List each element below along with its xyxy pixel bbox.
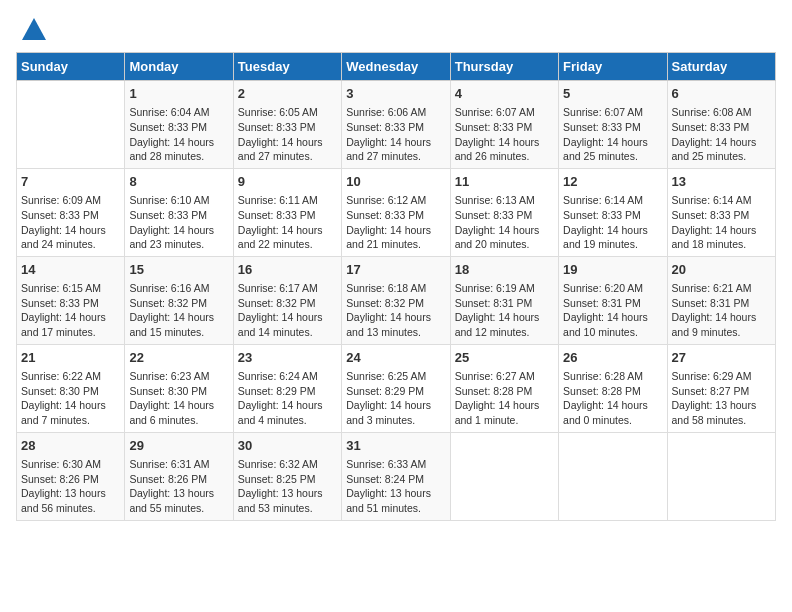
cell-content: Sunrise: 6:07 AMSunset: 8:33 PMDaylight:… [563,105,662,164]
day-number: 29 [129,437,228,455]
calendar-cell [559,432,667,520]
calendar-cell: 27Sunrise: 6:29 AMSunset: 8:27 PMDayligh… [667,344,775,432]
cell-content: Sunrise: 6:24 AMSunset: 8:29 PMDaylight:… [238,369,337,428]
calendar-cell: 1Sunrise: 6:04 AMSunset: 8:33 PMDaylight… [125,81,233,169]
cell-content: Sunrise: 6:04 AMSunset: 8:33 PMDaylight:… [129,105,228,164]
day-number: 24 [346,349,445,367]
calendar-cell: 12Sunrise: 6:14 AMSunset: 8:33 PMDayligh… [559,168,667,256]
week-row-3: 14Sunrise: 6:15 AMSunset: 8:33 PMDayligh… [17,256,776,344]
calendar-cell [450,432,558,520]
cell-content: Sunrise: 6:27 AMSunset: 8:28 PMDaylight:… [455,369,554,428]
cell-content: Sunrise: 6:07 AMSunset: 8:33 PMDaylight:… [455,105,554,164]
calendar-cell: 31Sunrise: 6:33 AMSunset: 8:24 PMDayligh… [342,432,450,520]
cell-content: Sunrise: 6:16 AMSunset: 8:32 PMDaylight:… [129,281,228,340]
cell-content: Sunrise: 6:19 AMSunset: 8:31 PMDaylight:… [455,281,554,340]
day-number: 22 [129,349,228,367]
calendar-cell: 24Sunrise: 6:25 AMSunset: 8:29 PMDayligh… [342,344,450,432]
cell-content: Sunrise: 6:06 AMSunset: 8:33 PMDaylight:… [346,105,445,164]
cell-content: Sunrise: 6:28 AMSunset: 8:28 PMDaylight:… [563,369,662,428]
header-cell-tuesday: Tuesday [233,53,341,81]
day-number: 12 [563,173,662,191]
cell-content: Sunrise: 6:31 AMSunset: 8:26 PMDaylight:… [129,457,228,516]
cell-content: Sunrise: 6:05 AMSunset: 8:33 PMDaylight:… [238,105,337,164]
day-number: 26 [563,349,662,367]
cell-content: Sunrise: 6:08 AMSunset: 8:33 PMDaylight:… [672,105,771,164]
cell-content: Sunrise: 6:30 AMSunset: 8:26 PMDaylight:… [21,457,120,516]
day-number: 6 [672,85,771,103]
calendar-cell: 17Sunrise: 6:18 AMSunset: 8:32 PMDayligh… [342,256,450,344]
week-row-5: 28Sunrise: 6:30 AMSunset: 8:26 PMDayligh… [17,432,776,520]
cell-content: Sunrise: 6:11 AMSunset: 8:33 PMDaylight:… [238,193,337,252]
calendar-cell: 26Sunrise: 6:28 AMSunset: 8:28 PMDayligh… [559,344,667,432]
day-number: 11 [455,173,554,191]
calendar-cell: 5Sunrise: 6:07 AMSunset: 8:33 PMDaylight… [559,81,667,169]
day-number: 31 [346,437,445,455]
logo-icon [20,16,48,44]
cell-content: Sunrise: 6:10 AMSunset: 8:33 PMDaylight:… [129,193,228,252]
calendar-cell [667,432,775,520]
cell-content: Sunrise: 6:29 AMSunset: 8:27 PMDaylight:… [672,369,771,428]
week-row-1: 1Sunrise: 6:04 AMSunset: 8:33 PMDaylight… [17,81,776,169]
calendar-cell: 30Sunrise: 6:32 AMSunset: 8:25 PMDayligh… [233,432,341,520]
calendar-table: SundayMondayTuesdayWednesdayThursdayFrid… [16,52,776,521]
cell-content: Sunrise: 6:23 AMSunset: 8:30 PMDaylight:… [129,369,228,428]
day-number: 4 [455,85,554,103]
day-number: 8 [129,173,228,191]
day-number: 1 [129,85,228,103]
day-number: 30 [238,437,337,455]
calendar-cell: 2Sunrise: 6:05 AMSunset: 8:33 PMDaylight… [233,81,341,169]
day-number: 10 [346,173,445,191]
calendar-cell: 18Sunrise: 6:19 AMSunset: 8:31 PMDayligh… [450,256,558,344]
cell-content: Sunrise: 6:22 AMSunset: 8:30 PMDaylight:… [21,369,120,428]
calendar-cell: 16Sunrise: 6:17 AMSunset: 8:32 PMDayligh… [233,256,341,344]
header-cell-monday: Monday [125,53,233,81]
cell-content: Sunrise: 6:15 AMSunset: 8:33 PMDaylight:… [21,281,120,340]
day-number: 21 [21,349,120,367]
calendar-cell: 23Sunrise: 6:24 AMSunset: 8:29 PMDayligh… [233,344,341,432]
calendar-cell: 19Sunrise: 6:20 AMSunset: 8:31 PMDayligh… [559,256,667,344]
cell-content: Sunrise: 6:21 AMSunset: 8:31 PMDaylight:… [672,281,771,340]
day-number: 5 [563,85,662,103]
calendar-cell: 3Sunrise: 6:06 AMSunset: 8:33 PMDaylight… [342,81,450,169]
day-number: 25 [455,349,554,367]
day-number: 27 [672,349,771,367]
calendar-cell: 11Sunrise: 6:13 AMSunset: 8:33 PMDayligh… [450,168,558,256]
calendar-cell: 14Sunrise: 6:15 AMSunset: 8:33 PMDayligh… [17,256,125,344]
day-number: 18 [455,261,554,279]
calendar-cell: 10Sunrise: 6:12 AMSunset: 8:33 PMDayligh… [342,168,450,256]
header-cell-friday: Friday [559,53,667,81]
calendar-cell: 20Sunrise: 6:21 AMSunset: 8:31 PMDayligh… [667,256,775,344]
cell-content: Sunrise: 6:14 AMSunset: 8:33 PMDaylight:… [672,193,771,252]
calendar-cell: 25Sunrise: 6:27 AMSunset: 8:28 PMDayligh… [450,344,558,432]
cell-content: Sunrise: 6:25 AMSunset: 8:29 PMDaylight:… [346,369,445,428]
week-row-2: 7Sunrise: 6:09 AMSunset: 8:33 PMDaylight… [17,168,776,256]
calendar-cell: 28Sunrise: 6:30 AMSunset: 8:26 PMDayligh… [17,432,125,520]
day-number: 3 [346,85,445,103]
header-cell-sunday: Sunday [17,53,125,81]
svg-marker-0 [22,18,46,40]
day-number: 9 [238,173,337,191]
logo [16,16,48,44]
header [16,16,776,44]
day-number: 15 [129,261,228,279]
day-number: 7 [21,173,120,191]
day-number: 17 [346,261,445,279]
day-number: 16 [238,261,337,279]
header-cell-thursday: Thursday [450,53,558,81]
cell-content: Sunrise: 6:13 AMSunset: 8:33 PMDaylight:… [455,193,554,252]
cell-content: Sunrise: 6:12 AMSunset: 8:33 PMDaylight:… [346,193,445,252]
calendar-cell: 6Sunrise: 6:08 AMSunset: 8:33 PMDaylight… [667,81,775,169]
header-row: SundayMondayTuesdayWednesdayThursdayFrid… [17,53,776,81]
calendar-cell [17,81,125,169]
day-number: 20 [672,261,771,279]
day-number: 14 [21,261,120,279]
header-cell-saturday: Saturday [667,53,775,81]
cell-content: Sunrise: 6:20 AMSunset: 8:31 PMDaylight:… [563,281,662,340]
day-number: 13 [672,173,771,191]
cell-content: Sunrise: 6:14 AMSunset: 8:33 PMDaylight:… [563,193,662,252]
day-number: 2 [238,85,337,103]
calendar-cell: 29Sunrise: 6:31 AMSunset: 8:26 PMDayligh… [125,432,233,520]
cell-content: Sunrise: 6:33 AMSunset: 8:24 PMDaylight:… [346,457,445,516]
cell-content: Sunrise: 6:17 AMSunset: 8:32 PMDaylight:… [238,281,337,340]
calendar-cell: 8Sunrise: 6:10 AMSunset: 8:33 PMDaylight… [125,168,233,256]
